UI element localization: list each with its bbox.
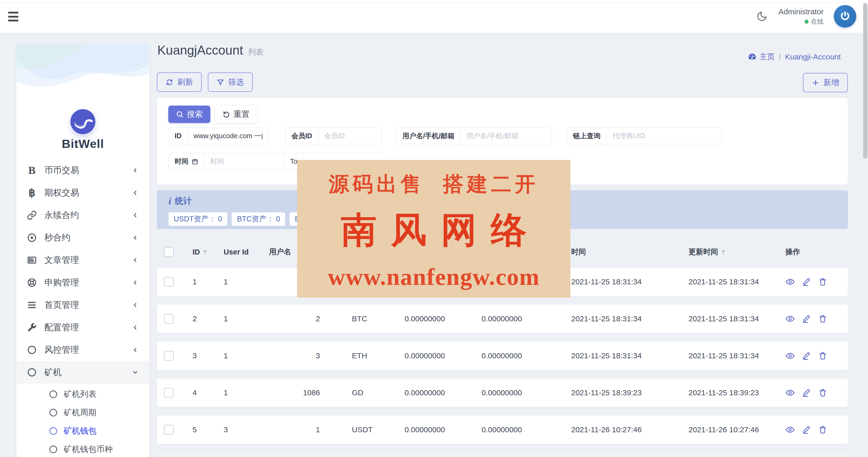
chain-link-icon	[26, 210, 38, 220]
cell-updated: 2021-11-25 18:31:34	[688, 277, 759, 286]
view-eye-icon[interactable]	[785, 314, 795, 324]
cell-id: 1	[192, 277, 197, 286]
circle-bullet-icon	[50, 391, 57, 398]
delete-trash-icon[interactable]	[818, 425, 828, 434]
delete-trash-icon[interactable]	[818, 351, 828, 361]
row-checkbox[interactable]	[164, 351, 174, 361]
cell-id: 2	[192, 314, 197, 323]
edit-pencil-icon[interactable]	[802, 388, 811, 398]
sidebar-item-label: 期权交易	[44, 187, 125, 199]
chevron-icon	[131, 234, 139, 241]
cell-user-id: 1	[224, 277, 228, 286]
sidebar-item-label: 配置管理	[44, 322, 125, 333]
sidebar-item-miner[interactable]: 矿机	[16, 361, 149, 384]
delete-trash-icon[interactable]	[818, 388, 828, 398]
cell-amount: 0.00000000	[386, 352, 445, 360]
sidebar-item-risk-manage[interactable]: 风控管理	[16, 339, 149, 361]
watermark-line2: 南风网络	[341, 206, 541, 255]
circle-bullet-icon	[50, 446, 57, 453]
cell-coin: USDT	[352, 425, 373, 434]
hamburger-menu-icon[interactable]	[8, 12, 18, 22]
sidebar-item-miner-wallet[interactable]: 矿机钱包	[16, 422, 149, 440]
sidebar-item-label: 申购管理	[44, 277, 125, 288]
sidebar-item-miner-cycle[interactable]: 矿机周期	[16, 403, 149, 422]
row-checkbox[interactable]	[164, 388, 174, 398]
cell-coin: BTC	[352, 314, 367, 323]
next-section-partial-card	[157, 452, 848, 457]
cell-coin-id: 3	[274, 352, 320, 360]
avatar[interactable]	[834, 5, 856, 28]
cell-frozen-amount: 0.00000000	[463, 425, 522, 434]
cell-time: 2021-11-25 18:39:23	[571, 388, 642, 397]
sidebar-item-subscribe-manage[interactable]: 申购管理	[16, 271, 149, 294]
sidebar-item-config-manage[interactable]: 配置管理	[16, 316, 149, 339]
view-eye-icon[interactable]	[785, 388, 795, 398]
row-checkbox[interactable]	[164, 277, 174, 287]
edit-pencil-icon[interactable]	[802, 314, 811, 324]
sidebar-item-label: 永续合约	[44, 209, 125, 221]
chevron-icon	[131, 369, 139, 376]
view-eye-icon[interactable]	[785, 425, 795, 434]
cell-time: 2021-11-25 18:31:34	[571, 277, 642, 286]
bitcoin-icon: ฿	[26, 187, 38, 198]
cell-user-id: 1	[224, 352, 228, 360]
circle-bullet-icon	[50, 409, 57, 417]
circle-icon	[26, 345, 38, 355]
cell-amount: 0.00000000	[386, 314, 445, 323]
target-icon	[26, 233, 38, 243]
row-checkbox[interactable]	[164, 425, 174, 434]
cell-id: 5	[192, 425, 197, 434]
sidebar-item-article-manage[interactable]: 文章管理	[16, 249, 149, 271]
cell-id: 3	[192, 352, 197, 360]
cell-frozen-amount: 0.00000000	[463, 314, 522, 323]
sidebar-item-miner-list[interactable]: 矿机列表	[16, 385, 149, 403]
view-eye-icon[interactable]	[785, 277, 795, 287]
scrollbar[interactable]	[863, 3, 867, 159]
cell-frozen-amount: 0.00000000	[463, 352, 522, 360]
brand-name: BitWell	[16, 137, 149, 151]
sidebar-nav: B 币币交易 ฿ 期权交易 永续合约 秒合约 文章管理 申购管理 首页管理 配置…	[16, 159, 149, 457]
chevron-icon	[131, 167, 139, 174]
table-row: 5 3 1 USDT 0.00000000 0.00000000 2021-11…	[157, 416, 848, 444]
list-bars-icon	[26, 300, 38, 310]
delete-trash-icon[interactable]	[818, 314, 828, 324]
cell-time: 2021-11-25 18:31:34	[571, 314, 642, 323]
sidebar-item-second-contract[interactable]: 秒合约	[16, 226, 149, 249]
cell-time: 2021-11-25 18:31:34	[571, 352, 642, 360]
delete-trash-icon[interactable]	[818, 277, 828, 287]
wrench-icon	[26, 322, 38, 333]
table-row: 2 1 2 BTC 0.00000000 0.00000000 2021-11-…	[157, 304, 848, 333]
chevron-icon	[131, 324, 139, 331]
row-checkbox[interactable]	[164, 314, 174, 324]
edit-pencil-icon[interactable]	[802, 425, 811, 434]
sidebar-subitem-label: 矿机周期	[64, 407, 96, 418]
sidebar-subitem-label: 矿机列表	[64, 389, 96, 400]
sidebar-subitem-label: 矿机钱包币种	[64, 444, 113, 455]
table-row: 4 1 1086 GD 0.00000000 0.00000000 2021-1…	[157, 378, 848, 407]
circle-bullet-icon	[50, 427, 57, 435]
chevron-icon	[131, 279, 139, 286]
letter-b-icon: B	[26, 165, 38, 176]
cell-coin-id: 2	[274, 314, 320, 323]
sidebar-item-options-trade[interactable]: ฿ 期权交易	[16, 182, 149, 204]
cell-user-id: 3	[224, 425, 228, 434]
sidebar-item-label: 首页管理	[44, 299, 125, 311]
power-icon	[839, 10, 851, 22]
user-name: Administrator	[778, 7, 824, 16]
view-eye-icon[interactable]	[785, 351, 795, 361]
sidebar-item-coin-trade[interactable]: B 币币交易	[16, 159, 149, 182]
watermark-line3: www.nanfengw.com	[328, 263, 539, 291]
edit-pencil-icon[interactable]	[802, 351, 811, 361]
cell-coin: ETH	[352, 352, 367, 360]
edit-pencil-icon[interactable]	[802, 277, 811, 287]
sidebar-item-miner-wallet-coin[interactable]: 矿机钱包币种	[16, 440, 149, 457]
sidebar-item-label: 秒合约	[44, 232, 125, 244]
dark-mode-moon-icon[interactable]	[755, 10, 768, 23]
sidebar-item-home-manage[interactable]: 首页管理	[16, 294, 149, 316]
sidebar-item-label: 矿机	[44, 366, 125, 378]
cell-updated: 2021-11-25 18:39:23	[688, 388, 759, 397]
cell-amount: 0.00000000	[386, 388, 445, 397]
sidebar-item-perpetual[interactable]: 永续合约	[16, 204, 149, 226]
online-status-dot	[805, 20, 809, 24]
sidebar-subnav-miner: 矿机列表 矿机周期 矿机钱包 矿机钱包币种 矿机订单	[16, 384, 149, 457]
